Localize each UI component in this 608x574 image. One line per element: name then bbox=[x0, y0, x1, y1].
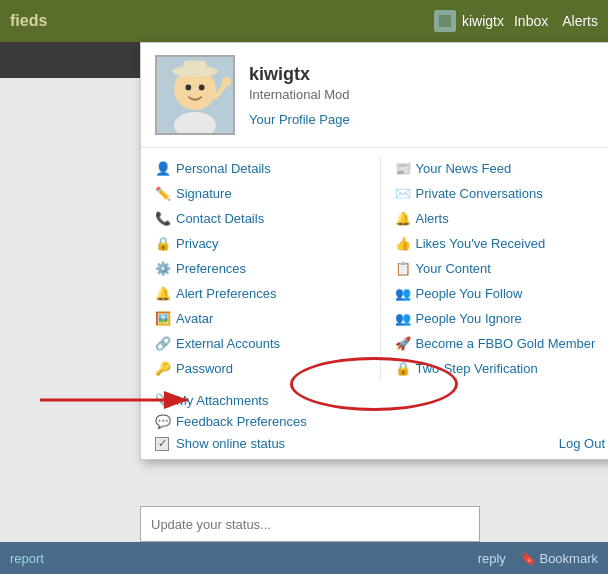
menu-label: Avatar bbox=[176, 311, 213, 326]
menu-item-private-conversations[interactable]: ✉️ Private Conversations bbox=[391, 181, 609, 206]
menu-label: Become a FBBO Gold Member bbox=[416, 336, 596, 351]
svg-point-9 bbox=[222, 77, 232, 87]
menu-label: People You Ignore bbox=[416, 311, 522, 326]
profile-username: kiwigtx bbox=[249, 64, 605, 85]
menu-item-external-accounts[interactable]: 🔗 External Accounts bbox=[151, 331, 370, 356]
image-icon: 🖼️ bbox=[155, 311, 169, 326]
svg-point-7 bbox=[199, 85, 205, 91]
menu-item-likes-received[interactable]: 👍 Likes You've Received bbox=[391, 231, 609, 256]
user-avatar-icon bbox=[434, 10, 456, 32]
menu-label: Alert Preferences bbox=[176, 286, 276, 301]
menu-columns: 👤 Personal Details ✏️ Signature 📞 Contac… bbox=[141, 148, 608, 389]
menu-item-password[interactable]: 🔑 Password bbox=[151, 356, 370, 381]
link-icon: 🔗 bbox=[155, 336, 169, 351]
status-update-area bbox=[140, 506, 480, 542]
top-nav: fieds kiwigtx Inbox Alerts bbox=[0, 0, 608, 42]
menu-label: External Accounts bbox=[176, 336, 280, 351]
menu-item-preferences[interactable]: ⚙️ Preferences bbox=[151, 256, 370, 281]
menu-item-news-feed[interactable]: 📰 Your News Feed bbox=[391, 156, 609, 181]
menu-item-personal-details[interactable]: 👤 Personal Details bbox=[151, 156, 370, 181]
pencil-icon: ✏️ bbox=[155, 186, 169, 201]
right-menu-col: 📰 Your News Feed ✉️ Private Conversation… bbox=[380, 156, 609, 381]
reply-link[interactable]: reply bbox=[478, 551, 506, 566]
users-ignore-icon: 👥 bbox=[395, 311, 409, 326]
person-icon: 👤 bbox=[155, 161, 169, 176]
rocket-icon: 🚀 bbox=[395, 336, 409, 351]
menu-item-avatar[interactable]: 🖼️ Avatar bbox=[151, 306, 370, 331]
menu-item-attachments[interactable]: 📎 My Attachments bbox=[141, 389, 608, 410]
bookmark-icon: 🔖 bbox=[520, 551, 536, 566]
profile-header: kiwigtx International Mod Your Profile P… bbox=[141, 43, 608, 148]
newspaper-icon: 📰 bbox=[395, 161, 409, 176]
menu-label: Preferences bbox=[176, 261, 246, 276]
alerts-link[interactable]: Alerts bbox=[562, 13, 598, 29]
menu-label: Your Content bbox=[416, 261, 491, 276]
menu-label: Contact Details bbox=[176, 211, 264, 226]
nav-username: kiwigtx bbox=[462, 13, 504, 29]
nav-links: Inbox Alerts bbox=[514, 13, 598, 29]
svg-point-6 bbox=[186, 85, 192, 91]
phone-icon: 📞 bbox=[155, 211, 169, 226]
menu-label: Likes You've Received bbox=[416, 236, 546, 251]
bottom-bar: report reply 🔖 Bookmark bbox=[0, 542, 608, 574]
menu-label: Your News Feed bbox=[416, 161, 512, 176]
menu-item-feedback-preferences[interactable]: 💬 Feedback Preferences bbox=[141, 410, 608, 431]
status-input[interactable] bbox=[140, 506, 480, 542]
left-menu-col: 👤 Personal Details ✏️ Signature 📞 Contac… bbox=[141, 156, 380, 381]
menu-item-alert-preferences[interactable]: 🔔 Alert Preferences bbox=[151, 281, 370, 306]
menu-label: Private Conversations bbox=[416, 186, 543, 201]
menu-item-contact-details[interactable]: 📞 Contact Details bbox=[151, 206, 370, 231]
avatar bbox=[155, 55, 235, 135]
user-menu-trigger[interactable]: kiwigtx bbox=[434, 10, 504, 32]
menu-label: Alerts bbox=[416, 211, 449, 226]
bell-icon: 🔔 bbox=[155, 286, 169, 301]
bookmark-link[interactable]: 🔖 Bookmark bbox=[520, 551, 598, 566]
bell-alert-icon: 🔔 bbox=[395, 211, 409, 226]
menu-label: Privacy bbox=[176, 236, 219, 251]
menu-item-your-content[interactable]: 📋 Your Content bbox=[391, 256, 609, 281]
menu-label: Two-Step Verification bbox=[416, 361, 538, 376]
envelope-icon: ✉️ bbox=[395, 186, 409, 201]
bottom-right-links: reply 🔖 Bookmark bbox=[478, 551, 598, 566]
menu-item-privacy[interactable]: 🔒 Privacy bbox=[151, 231, 370, 256]
menu-item-show-online-status[interactable]: ✓ Show online status bbox=[155, 436, 285, 451]
thumbs-up-icon: 👍 bbox=[395, 236, 409, 251]
menu-item-two-step[interactable]: 🔒 Two-Step Verification bbox=[391, 356, 609, 381]
shield-icon: 🔒 bbox=[395, 361, 409, 376]
menu-label: Password bbox=[176, 361, 233, 376]
profile-page-link[interactable]: Your Profile Page bbox=[249, 112, 605, 127]
menu-item-signature[interactable]: ✏️ Signature bbox=[151, 181, 370, 206]
menu-label: Show online status bbox=[176, 436, 285, 451]
user-dropdown: kiwigtx International Mod Your Profile P… bbox=[140, 42, 608, 460]
profile-role: International Mod bbox=[249, 87, 605, 102]
menu-item-people-you-follow[interactable]: 👥 People You Follow bbox=[391, 281, 609, 306]
menu-item-alerts[interactable]: 🔔 Alerts bbox=[391, 206, 609, 231]
menu-label: Personal Details bbox=[176, 161, 271, 176]
menu-item-people-you-ignore[interactable]: 👥 People You Ignore bbox=[391, 306, 609, 331]
gear-icon: ⚙️ bbox=[155, 261, 169, 276]
users-follow-icon: 👥 bbox=[395, 286, 409, 301]
site-title: fieds bbox=[10, 12, 47, 30]
clipboard-icon: 📋 bbox=[395, 261, 409, 276]
svg-rect-5 bbox=[184, 61, 207, 72]
svg-rect-0 bbox=[439, 15, 451, 27]
online-status-checkbox[interactable]: ✓ bbox=[155, 437, 169, 451]
inbox-link[interactable]: Inbox bbox=[514, 13, 548, 29]
key-icon: 🔑 bbox=[155, 361, 169, 376]
profile-info: kiwigtx International Mod Your Profile P… bbox=[249, 64, 605, 127]
red-arrow-annotation bbox=[40, 380, 200, 423]
logout-link[interactable]: Log Out bbox=[559, 436, 605, 451]
report-link[interactable]: report bbox=[10, 551, 44, 566]
menu-item-become-gold[interactable]: 🚀 Become a FBBO Gold Member bbox=[391, 331, 609, 356]
menu-label: People You Follow bbox=[416, 286, 523, 301]
lock-icon: 🔒 bbox=[155, 236, 169, 251]
menu-label: Signature bbox=[176, 186, 232, 201]
